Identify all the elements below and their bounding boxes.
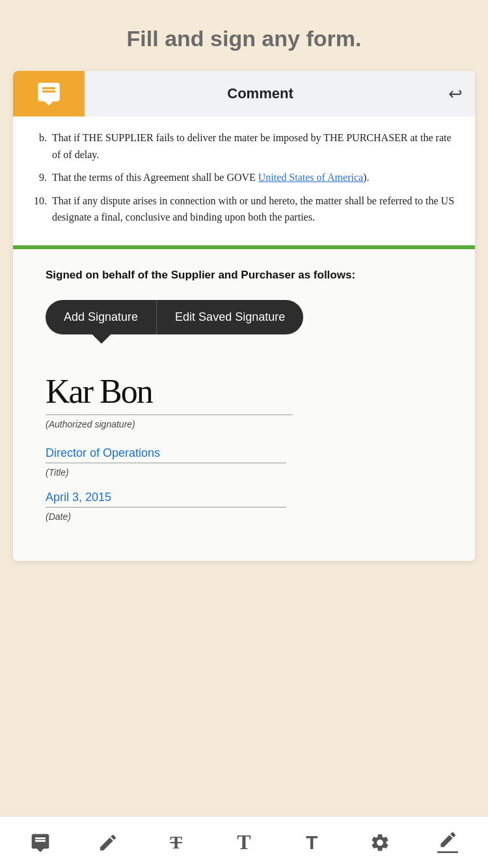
toolbar-text-sans-icon[interactable]: T [292,823,331,862]
comment-bar: Comment ↩ [13,71,475,116]
doc-item-10: 10. That if any dispute arises in connec… [33,193,455,226]
add-signature-button[interactable]: Add Signature [46,300,157,334]
usa-link[interactable]: United States of America [258,172,363,183]
tooltip-arrow [92,334,111,344]
comment-bubble-icon [36,81,62,107]
doc-item-9: 9. That the terms of this Agreement shal… [33,169,455,186]
title-field-row: Director of Operations (Title) [46,446,442,478]
signature-cursive: Kar Bon [46,372,152,411]
date-field-row: April 3, 2015 (Date) [46,491,442,522]
edit-signature-button[interactable]: Edit Saved Signature [157,300,303,334]
app-header: Fill and sign any form. [0,0,488,71]
add-signature-wrapper: Add Signature [46,300,157,334]
toolbar-pencil-icon[interactable] [88,823,128,862]
authorized-caption: (Authorized signature) [46,419,442,429]
signature-image-area[interactable]: Kar Bon [46,363,293,415]
toolbar-text-strikethrough-icon[interactable]: T [157,823,196,862]
toolbar-comment-icon[interactable] [21,823,60,862]
title-label: (Title) [46,467,442,478]
document-container: Comment ↩ b. That if THE SUPPLIER fails … [13,71,475,561]
undo-button[interactable]: ↩ [436,84,475,104]
doc-item-b: b. That if THE SUPPLIER fails to deliver… [33,129,455,163]
bottom-toolbar: T T T [0,816,488,868]
signed-heading: Signed on behalf of the Supplier and Pur… [46,269,442,282]
date-label: (Date) [46,511,442,522]
comment-label: Comment [85,85,436,102]
date-value[interactable]: April 3, 2015 [46,491,286,508]
toolbar-edit-icon[interactable] [360,823,400,862]
toolbar-text-serif-icon[interactable]: T [224,823,264,862]
document-text: b. That if THE SUPPLIER fails to deliver… [13,116,475,245]
signature-section: Signed on behalf of the Supplier and Pur… [13,249,475,561]
app-title: Fill and sign any form. [127,26,362,51]
title-value[interactable]: Director of Operations [46,446,286,463]
toolbar-signature-pen-icon[interactable] [428,823,467,862]
comment-icon-box[interactable] [13,71,85,116]
